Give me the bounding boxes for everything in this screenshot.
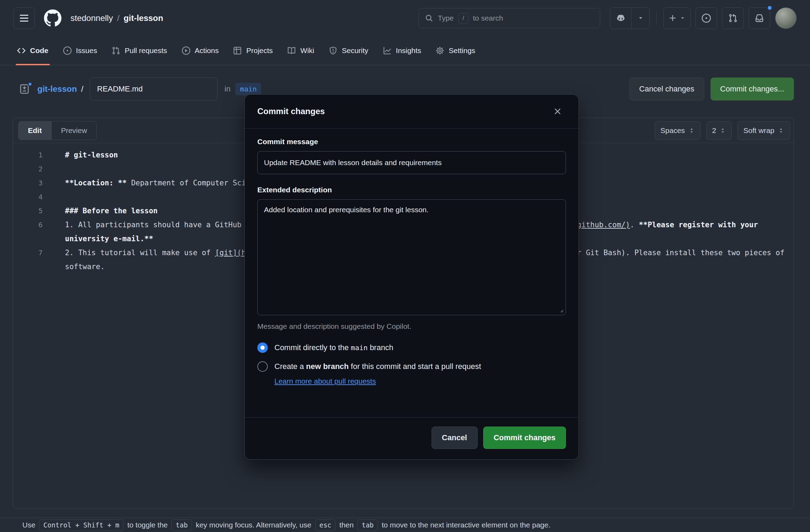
radio-new-branch[interactable]: Create a new branch for this commit and … (257, 361, 566, 372)
footer-text: key moving focus. Alternatively, use (196, 521, 311, 529)
filename-input[interactable]: README.md (90, 77, 218, 101)
chevron-updown-icon (688, 127, 695, 134)
notifications-button[interactable] (749, 7, 770, 29)
pull-requests-button[interactable] (722, 7, 744, 29)
radio-checked-icon[interactable] (257, 342, 268, 353)
close-icon (553, 107, 562, 116)
copilot-suggestion-note: Message and description suggested by Cop… (257, 322, 566, 331)
modified-indicator-dot (28, 82, 32, 87)
copilot-button-group (610, 7, 650, 29)
line-number: 2 (13, 162, 65, 176)
tab-issues[interactable]: Issues (57, 36, 104, 65)
hamburger-icon (19, 13, 29, 23)
tab-projects[interactable]: Projects (227, 36, 279, 65)
search-icon (425, 14, 433, 22)
create-new-button[interactable] (663, 7, 691, 29)
branch-badge[interactable]: main (235, 83, 261, 95)
tab-label: Security (342, 46, 368, 55)
dialog-cancel-button[interactable]: Cancel (432, 427, 478, 449)
extended-description-wrapper: Added location and prerequisites for the… (257, 199, 566, 317)
dialog-commit-button[interactable]: Commit changes (483, 427, 566, 449)
tab-actions[interactable]: Actions (176, 36, 225, 65)
avatar[interactable] (775, 7, 797, 29)
code-segment: # git-lesson (65, 151, 118, 159)
tab-insights[interactable]: Insights (377, 36, 427, 65)
breadcrumb: stedonnelly / git-lesson (71, 13, 163, 23)
chevron-down-icon (680, 15, 685, 21)
learn-more-link[interactable]: Learn more about pull requests (274, 377, 376, 385)
code-icon (17, 46, 25, 55)
tab-label: Insights (396, 46, 421, 55)
indent-mode-select[interactable]: Spaces (655, 121, 701, 140)
plus-icon (669, 14, 677, 22)
kbd-tab: tab (358, 519, 378, 531)
tab-label: Actions (195, 46, 219, 55)
indent-size-select[interactable]: 2 (706, 121, 732, 140)
branch-name-code: main (351, 343, 368, 352)
book-icon (287, 46, 296, 55)
radio-new-branch-label: Create a new branch for this commit and … (274, 362, 481, 371)
line-number: 5 (13, 204, 65, 218)
github-editor-page: stedonnelly / git-lesson Type / to searc… (0, 0, 810, 532)
radio-commit-direct[interactable]: Commit directly to the main branch (257, 342, 566, 353)
header-divider (656, 12, 657, 25)
commit-message-label: Commit message (257, 138, 566, 146)
search-placeholder-prefix: Type (438, 14, 454, 22)
chevron-updown-icon (778, 127, 784, 134)
table-icon (233, 46, 242, 55)
notifications-wrapper (749, 7, 770, 29)
tab-security[interactable]: Security (323, 36, 375, 65)
radio-unchecked-icon[interactable] (257, 361, 268, 372)
commit-message-input[interactable] (257, 151, 566, 174)
commit-target-radio-group: Commit directly to the main branch Creat… (257, 342, 566, 385)
issues-dashboard-button[interactable] (695, 7, 717, 29)
wrap-mode-select[interactable]: Soft wrap (737, 121, 790, 140)
slash-key-hint: / (458, 13, 469, 24)
hamburger-menu-button[interactable] (13, 7, 35, 29)
tab-label: Pull requests (125, 46, 167, 55)
radio-commit-direct-label: Commit directly to the main branch (274, 343, 393, 352)
kbd-tab: tab (171, 519, 192, 531)
line-number: 4 (13, 190, 65, 204)
code-segment: . (630, 221, 639, 229)
copilot-button[interactable] (610, 7, 632, 29)
commit-changes-menu-button[interactable]: Commit changes... (710, 77, 794, 101)
search-placeholder-suffix: to search (473, 14, 503, 22)
footer-text: then (339, 521, 354, 529)
tab-code[interactable]: Code (11, 36, 55, 65)
select-value: Spaces (661, 126, 685, 135)
tab-wiki[interactable]: Wiki (281, 36, 321, 65)
tab-settings[interactable]: Settings (429, 36, 481, 65)
resize-handle-icon[interactable] (559, 308, 564, 313)
tab-pull-requests[interactable]: Pull requests (105, 36, 173, 65)
chevron-updown-icon (720, 127, 726, 134)
repo-nav: Code Issues Pull requests Actions Projec… (0, 36, 810, 65)
copilot-menu-button[interactable] (632, 7, 650, 29)
git-pull-request-icon (112, 46, 120, 55)
select-value: 2 (712, 126, 716, 135)
preview-tab[interactable]: Preview (52, 121, 97, 140)
edit-tab[interactable]: Edit (19, 121, 52, 140)
app-header: stedonnelly / git-lesson Type / to searc… (0, 0, 810, 36)
in-label: in (224, 84, 230, 94)
line-number: 6 (13, 218, 65, 246)
extended-description-label: Extended description (257, 186, 566, 194)
extended-description-textarea[interactable]: Added location and prerequisites for the… (257, 199, 566, 315)
chevron-down-icon (638, 15, 644, 21)
github-logo-icon[interactable] (44, 9, 61, 27)
code-segment: 2. This tutorial will make use of (65, 249, 215, 257)
dialog-body: Commit message Extended description Adde… (245, 128, 579, 417)
issue-opened-icon (63, 46, 72, 55)
cancel-changes-button[interactable]: Cancel changes (629, 77, 704, 101)
repo-link[interactable]: git-lesson (37, 84, 77, 94)
dialog-title: Commit changes (257, 106, 325, 116)
tab-label: Settings (449, 46, 475, 55)
breadcrumb-owner[interactable]: stedonnelly (71, 13, 113, 23)
dialog-close-button[interactable] (549, 103, 566, 120)
line-number: 1 (13, 148, 65, 162)
global-search[interactable]: Type / to search (419, 8, 600, 28)
footer-text: to toggle the (127, 521, 168, 529)
breadcrumb-repo[interactable]: git-lesson (124, 13, 163, 23)
code-segment: **Location: ** (65, 179, 127, 187)
line-number: 3 (13, 176, 65, 190)
